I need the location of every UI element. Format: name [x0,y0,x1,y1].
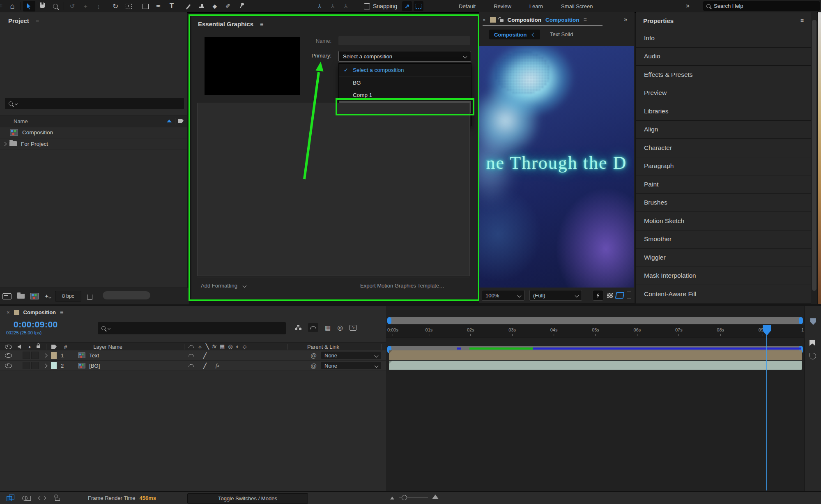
sort-ascending-icon[interactable] [167,120,172,122]
region-of-interest-icon[interactable] [615,292,625,299]
breadcrumb-parent[interactable]: Text Solid [550,31,573,37]
export-motion-graphics-template-button[interactable]: Export Motion Graphics Template… [360,283,444,289]
current-time-display[interactable]: 0:00:09:00 [14,320,58,329]
properties-panel-item[interactable]: Align [636,121,811,139]
primary-menu-item[interactable]: ✓ Comp 1 [339,89,471,101]
properties-panel-item[interactable]: Wiggler [636,249,811,267]
project-horizontal-scrollbar[interactable] [103,291,150,299]
puppet-pin-tool-icon[interactable] [235,1,247,12]
project-settings-icon[interactable]: ✦ [44,293,51,299]
viewer-panel-menu-icon[interactable]: ≡ [584,16,587,23]
add-formatting-button[interactable]: Add Formatting [201,283,246,289]
project-search-input[interactable] [5,98,184,109]
properties-panel-item[interactable]: Libraries [636,102,811,121]
layer-row-bg[interactable]: 2 [BG] ╱ fx @ None [0,361,386,371]
breadcrumb-back-icon[interactable] [532,32,536,37]
close-tab-icon[interactable]: × [483,17,486,23]
project-item-composition[interactable]: Composition [0,127,187,138]
timeline-search-input[interactable] [98,322,286,334]
motion-blur-icon[interactable]: ◎ [337,324,343,331]
project-item-for-project[interactable]: For Project [0,138,187,150]
brainstorm-icon[interactable] [53,495,62,502]
world-axis-mode-icon[interactable]: ⅄ [327,1,339,12]
snap-to-feature-icon[interactable] [414,1,423,11]
workspace-overflow-chevrons[interactable]: » [686,2,690,9]
timeline-tab-label[interactable]: Composition [23,309,56,315]
toggle-switches-modes-button[interactable]: Toggle Switches / Modes [187,493,308,504]
comp-button-icon[interactable] [810,353,816,359]
camera-tool-icon[interactable] [122,1,135,12]
interpret-footage-icon[interactable] [2,293,11,299]
shy-toggle-icon[interactable] [189,354,194,357]
zoom-tool-icon[interactable] [49,1,62,12]
breadcrumb[interactable]: Composition [489,30,540,39]
pan-camera-tool-icon[interactable]: ＋ [79,1,92,12]
local-axis-mode-icon[interactable]: ⅄ [313,1,326,12]
expand-layer-icon[interactable] [44,364,48,368]
layer-visibility-icon[interactable] [5,353,12,358]
new-folder-icon[interactable] [17,294,25,299]
quality-toggle-icon[interactable]: ╱ [203,352,207,359]
panel-overflow-chevrons[interactable]: » [624,16,627,23]
rectangle-tool-icon[interactable] [139,1,152,12]
properties-panel-item[interactable]: Mask Interpolation [636,267,811,285]
graph-editor-icon[interactable]: ∿ [350,325,356,331]
layer-color-swatch[interactable] [51,352,57,359]
unlock-icon[interactable] [500,19,504,22]
roto-brush-tool-icon[interactable]: ✐ [222,1,234,12]
selection-tool-icon[interactable] [23,1,35,12]
frame-blending-icon[interactable]: ▦ [325,324,331,331]
panel-drag-handle[interactable]: ⠿ [0,4,6,8]
composition-mini-flowchart-icon[interactable] [295,325,301,330]
timeline-horizontal-scrollbar[interactable] [387,317,803,324]
trash-icon[interactable] [87,295,92,300]
transparency-grid-icon[interactable] [607,293,613,298]
pen-tool-icon[interactable]: ✒ [152,1,165,12]
resolution-select[interactable]: (Full) [529,290,582,301]
guides-icon[interactable] [627,292,631,299]
viewer-tab-label[interactable]: Composition [508,17,542,23]
parent-select[interactable]: None [321,362,381,369]
hide-shy-layers-icon[interactable] [308,323,318,332]
type-tool-icon[interactable]: T [166,1,178,12]
zoom-in-timeline-icon[interactable] [432,495,439,499]
comp-label-swatch[interactable] [490,17,496,23]
properties-panel-item[interactable]: Preview [636,84,811,103]
expand-chevron-icon[interactable] [3,142,7,146]
properties-panel-item[interactable]: Paint [636,175,811,194]
snapping-checkbox[interactable] [364,3,370,9]
layer-bar-bg[interactable] [389,361,802,370]
color-depth-button[interactable]: 8 bpc [55,291,81,301]
orbit-camera-tool-icon[interactable]: ↺ [66,1,78,12]
layer-visibility-icon[interactable] [5,364,12,368]
comp-marker-icon[interactable] [810,340,815,346]
properties-scrollbar-thumb[interactable] [812,20,816,291]
properties-panel-item[interactable]: Effects & Presets [636,66,811,84]
properties-scrollbar-track[interactable] [811,12,817,304]
brush-tool-icon[interactable] [182,1,195,12]
hand-tool-icon[interactable] [36,1,48,12]
properties-panel-item[interactable]: Content-Aware Fill [636,285,811,304]
comp-label-swatch[interactable] [14,310,19,315]
magnification-select[interactable]: 100% [482,290,524,301]
viewer-tab-comp-name[interactable]: Composition [545,17,580,23]
layer-color-swatch[interactable] [51,362,57,369]
properties-panel-item[interactable]: Audio [636,48,811,66]
zoom-out-timeline-icon[interactable] [390,497,394,499]
clone-stamp-tool-icon[interactable] [195,1,208,12]
project-list-header[interactable]: Name [0,115,187,127]
new-composition-icon[interactable] [30,293,39,299]
essential-graphics-menu-icon[interactable]: ≡ [260,21,263,28]
effects-toggle-icon[interactable]: fx [216,362,219,369]
parent-select[interactable]: None [321,352,381,359]
workspace-tab[interactable]: Learn [529,3,543,9]
eraser-tool-icon[interactable]: ◆ [209,1,221,12]
time-ruler[interactable]: 0:00s01s02s03s04s05s06s07s08s09s1 [386,325,804,338]
rotation-tool-icon[interactable]: ↻ [109,1,122,12]
draft-3d-icon[interactable] [22,495,31,502]
workspace-tab[interactable]: Default [459,3,476,9]
dolly-camera-tool-icon[interactable]: ↕ [92,1,105,12]
live-update-icon[interactable] [7,495,16,502]
expand-panes-icon[interactable] [38,495,47,502]
fast-previews-icon[interactable] [593,290,603,301]
